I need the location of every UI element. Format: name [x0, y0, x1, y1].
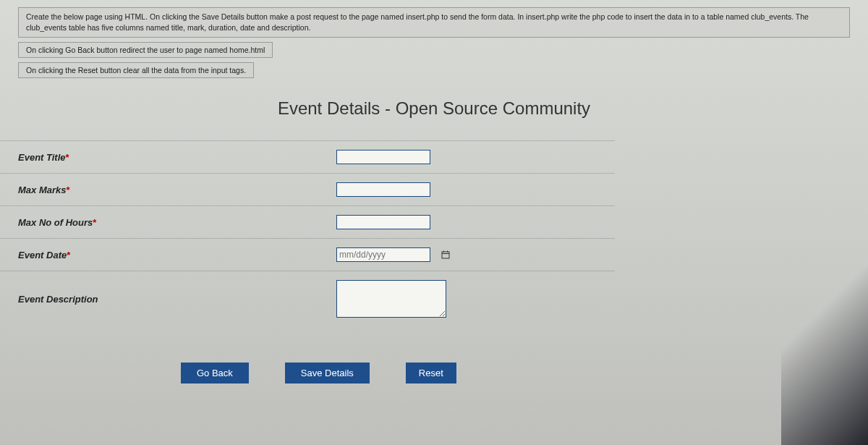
event-form: Event Title* Max Marks* Max No of Hours*…	[18, 140, 850, 383]
go-back-button[interactable]: Go Back	[181, 363, 249, 383]
instruction-block-3: On clicking the Reset button clear all t…	[18, 62, 254, 78]
event-date-input[interactable]	[336, 247, 430, 262]
label-max-hours: Max No of Hours*	[18, 217, 336, 228]
event-title-input[interactable]	[336, 150, 430, 164]
max-marks-input[interactable]	[336, 182, 430, 197]
svg-rect-2	[443, 251, 444, 253]
row-max-marks: Max Marks*	[0, 174, 615, 206]
label-event-title: Event Title*	[18, 152, 336, 163]
row-event-title: Event Title*	[0, 140, 615, 174]
instruction-text-3: On clicking the Reset button clear all t…	[26, 66, 246, 75]
instruction-text-1: Create the below page using HTML. On cli…	[26, 12, 809, 32]
label-max-marks: Max Marks*	[18, 185, 336, 195]
date-wrapper	[336, 247, 450, 262]
calendar-icon[interactable]	[441, 250, 450, 259]
page-title: Event Details - Open Source Community	[127, 98, 741, 119]
reset-button[interactable]: Reset	[406, 363, 456, 383]
instruction-block-1: Create the below page using HTML. On cli…	[18, 7, 850, 38]
max-hours-input[interactable]	[336, 215, 430, 229]
row-max-hours: Max No of Hours*	[0, 206, 615, 239]
event-description-input[interactable]	[336, 280, 446, 318]
instruction-block-2: On clicking Go Back button redirect the …	[18, 42, 273, 58]
label-event-date: Event Date*	[18, 250, 336, 260]
label-event-description: Event Description	[18, 294, 336, 305]
svg-rect-0	[442, 252, 449, 258]
row-event-description: Event Description	[0, 271, 615, 326]
row-event-date: Event Date*	[0, 239, 615, 271]
svg-rect-3	[447, 251, 448, 253]
instruction-text-2: On clicking Go Back button redirect the …	[26, 46, 265, 54]
button-row: Go Back Save Details Reset	[181, 363, 850, 383]
save-details-button[interactable]: Save Details	[285, 363, 370, 383]
